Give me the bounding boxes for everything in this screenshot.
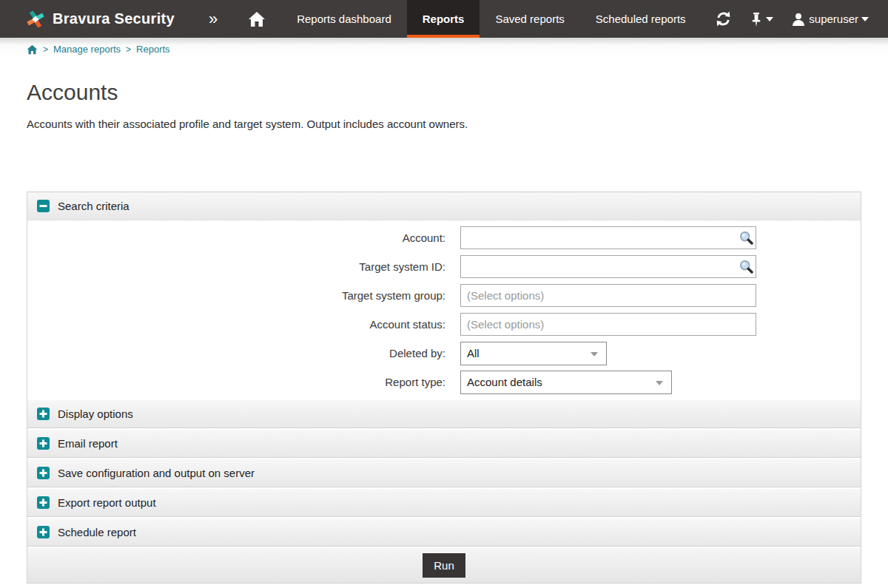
breadcrumb: > Manage reports > Reports [0,38,888,60]
section-header-save-configuration[interactable]: Save configuration and output on server [27,458,861,487]
field-row-target-system-id: Target system ID: [27,252,861,281]
target-system-group-input[interactable] [460,284,756,307]
tab-label: Reports dashboard [297,13,391,25]
plus-icon [37,496,50,509]
deleted-by-select[interactable]: All [460,342,607,365]
panel-footer: Run [27,547,861,583]
navbar-actions: superuser [715,0,888,38]
tab-reports-dashboard[interactable]: Reports dashboard [281,0,407,38]
brand-name: Bravura Security [53,10,175,27]
caret-down-icon [591,352,598,356]
brand: Bravura Security [0,0,175,38]
section-title: Export report output [58,496,156,509]
breadcrumb-home-icon[interactable] [27,44,38,55]
pin-menu-button[interactable] [750,11,773,27]
section-title: Schedule report [58,526,136,538]
user-icon [791,12,806,27]
field-label: Target system ID: [27,260,460,273]
run-button[interactable]: Run [423,553,465,578]
field-label: Target system group: [27,289,460,302]
section-header-search-criteria[interactable]: Search criteria [27,192,861,220]
section-header-schedule-report[interactable]: Schedule report [27,517,861,547]
minus-icon [37,200,50,212]
page-title: Accounts [27,80,888,105]
search-criteria-body: Account: Target system ID: [27,220,861,399]
caret-down-icon [656,381,663,385]
section-title: Display options [58,408,133,420]
account-status-input[interactable] [460,313,756,336]
field-row-deleted-by: Deleted by: All [27,339,861,368]
user-name: superuser [809,13,858,25]
section-title: Email report [58,437,118,450]
section-header-export-report-output[interactable]: Export report output [27,487,861,517]
field-row-account-status: Account status: [27,310,861,339]
field-label: Report type: [27,376,460,388]
collapse-menu-icon[interactable]: » [204,0,222,38]
plus-icon [37,467,50,479]
plus-icon [37,526,50,538]
field-label: Account: [27,232,460,244]
breadcrumb-link-reports[interactable]: Reports [136,44,170,55]
tab-reports[interactable]: Reports [407,0,480,38]
breadcrumb-link-manage-reports[interactable]: Manage reports [53,44,121,55]
field-label: Deleted by: [27,347,460,359]
pin-icon [750,11,763,27]
field-row-account: Account: [27,223,861,252]
bravura-logo-icon [25,9,46,30]
plus-icon [37,437,50,450]
tab-label: Saved reports [495,13,564,25]
report-type-select[interactable]: Account details [460,371,672,394]
search-icon[interactable] [739,259,754,277]
caret-down-icon [861,17,869,21]
home-icon [248,11,266,27]
search-icon[interactable] [739,230,754,249]
nav-home-button[interactable] [232,0,281,38]
field-label: Account status: [27,318,460,331]
target-system-id-input[interactable] [460,255,756,278]
top-navbar: Bravura Security » Reports dashboard Rep… [0,0,888,38]
selected-value: All [467,347,480,359]
breadcrumb-separator: > [43,44,48,55]
field-row-target-system-group: Target system group: [27,281,861,310]
section-header-display-options[interactable]: Display options [27,399,861,428]
user-menu-button[interactable]: superuser [791,12,869,27]
field-row-report-type: Report type: Account details [27,368,861,396]
refresh-button[interactable] [715,10,732,27]
section-header-email-report[interactable]: Email report [27,428,861,458]
page-description: Accounts with their associated profile a… [27,118,861,130]
tab-saved-reports[interactable]: Saved reports [480,0,579,38]
section-title: Search criteria [58,200,130,212]
tab-scheduled-reports[interactable]: Scheduled reports [580,0,702,38]
report-config-panel: Search criteria Account: Target system I… [27,192,861,584]
selected-value: Account details [467,376,542,388]
tab-label: Reports [423,13,465,25]
plus-icon [37,408,50,420]
caret-down-icon [766,17,773,21]
section-title: Save configuration and output on server [58,467,255,479]
tab-label: Scheduled reports [596,13,686,25]
breadcrumb-separator: > [126,44,131,55]
account-input[interactable] [460,226,756,249]
refresh-icon [715,10,732,27]
